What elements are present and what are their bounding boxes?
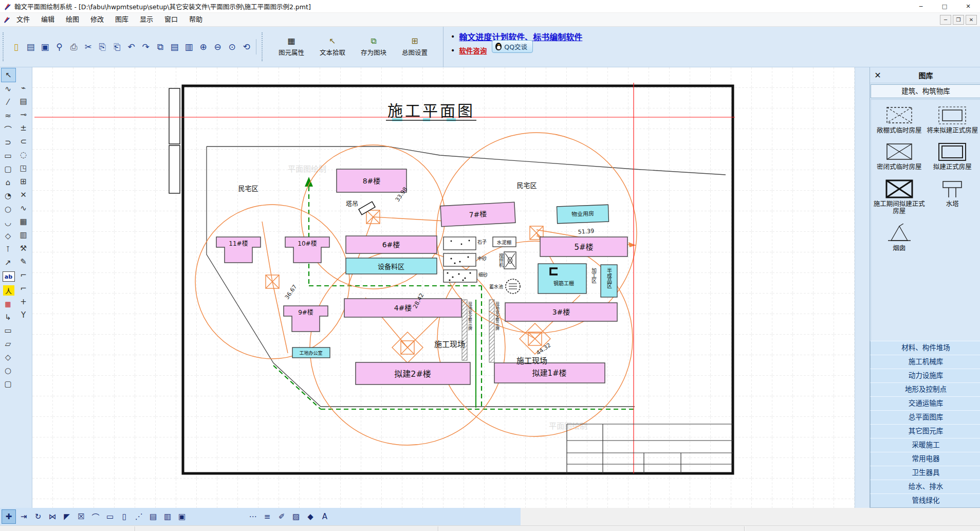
measure-line-tool[interactable]: ⋰ <box>132 510 145 523</box>
text-style-button[interactable]: A <box>318 510 331 523</box>
category-transportation[interactable]: 交通运输库 <box>870 396 980 411</box>
category-pipeline-greening[interactable]: 管线绿化 <box>870 493 980 508</box>
toolbar-gripper[interactable] <box>3 32 4 61</box>
ellipse-tool[interactable]: ○ <box>1 203 15 216</box>
dimension-tool[interactable]: ⊺ <box>1 243 15 256</box>
zoom-window-icon[interactable]: ⊙ <box>225 40 239 53</box>
print-icon[interactable]: ⎙ <box>67 40 81 53</box>
library-item-planned-formal-house[interactable]: 拟建正式房屋 <box>927 142 979 171</box>
rounded-rect-tool[interactable]: ▢ <box>1 162 15 176</box>
drawing-canvas[interactable]: 平面图绘制 平面图绘制 <box>32 67 855 508</box>
hatch-tool[interactable]: ▤ <box>16 95 30 108</box>
brush-tool[interactable]: ✎ <box>16 255 30 268</box>
pipe-bend-tool[interactable]: ⊃ <box>1 136 15 149</box>
undo-icon[interactable]: ↶ <box>124 40 138 53</box>
library-item-construction-period-house[interactable]: 施工期间拟建正式房屋 <box>873 179 926 215</box>
category-sanitary-ware[interactable]: 卫生器具 <box>870 466 980 480</box>
category-construction-machinery[interactable]: 施工机械库 <box>870 355 980 369</box>
maximize-button[interactable]: □ <box>933 0 956 12</box>
spline-tool[interactable]: ≈ <box>1 109 15 122</box>
flow-stadium-tool[interactable]: ▢ <box>1 377 15 391</box>
flow-ellipse-tool[interactable]: ○ <box>1 364 15 377</box>
category-general-plan[interactable]: 总平面图库 <box>870 410 980 425</box>
polygon-tool[interactable]: ⌂ <box>1 176 15 189</box>
redo-icon[interactable]: ↷ <box>139 40 153 53</box>
category-heating-construction[interactable]: 采暖施工 <box>870 438 980 452</box>
library-item-closed-temp-house[interactable]: 密闭式临时房屋 <box>873 142 926 171</box>
corner-rect-tool[interactable]: ◳ <box>16 161 30 175</box>
tile-horizontal-icon[interactable]: ▤ <box>168 40 181 53</box>
pen-style-button[interactable]: ✐ <box>275 510 288 523</box>
flow-diamond-tool[interactable]: ◇ <box>1 351 15 364</box>
menu-file[interactable]: 文件 <box>11 14 35 25</box>
category-material-yards[interactable]: 材料、构件堆场 <box>870 341 980 355</box>
print-preview-icon[interactable]: ⚲ <box>52 40 66 53</box>
block-tool[interactable]: ⊞ <box>16 175 30 188</box>
thick-arrow-tool[interactable]: ↗ <box>1 256 15 269</box>
paste-icon[interactable]: ⎗ <box>110 40 124 53</box>
construction-line-tool[interactable]: ⁄ <box>1 96 15 109</box>
line-width-button[interactable]: ≡ <box>261 510 274 523</box>
select-tool[interactable]: ↖ <box>1 68 16 82</box>
canvas-sidebar-gutter[interactable] <box>855 67 870 508</box>
crane-tool[interactable]: ⚒ <box>16 242 30 255</box>
wye-junction-tool[interactable]: Y <box>16 308 30 322</box>
library-item-chimney[interactable]: 烟囱 <box>873 224 926 252</box>
menu-help[interactable]: 帮助 <box>183 14 208 25</box>
move-tool[interactable]: ✚ <box>2 509 16 524</box>
fillet-tool[interactable]: ⌒ <box>89 510 102 523</box>
cross-junction-tool[interactable]: + <box>16 295 30 308</box>
category-terrain-control-points[interactable]: 地形及控制点 <box>870 382 980 397</box>
water-pool-symbol[interactable] <box>506 279 520 294</box>
zoom-in-icon[interactable]: ⊕ <box>196 40 210 53</box>
erase-tool[interactable]: ✕ <box>16 188 30 202</box>
offset-tool[interactable]: ⇥ <box>17 510 30 523</box>
bring-front-tool[interactable]: ▥ <box>161 510 174 523</box>
polyline-tool[interactable]: ∿ <box>1 82 15 96</box>
cut-icon[interactable]: ✂ <box>81 40 95 53</box>
menu-display[interactable]: 显示 <box>134 14 159 25</box>
corner-trim-tool[interactable]: ◤ <box>60 510 73 523</box>
library-item-open-shed-house[interactable]: 敞棚式临时房屋 <box>873 106 926 134</box>
group-select-tool[interactable]: ▣ <box>175 510 189 523</box>
arc-segment-tool[interactable]: ⊂ <box>16 135 30 148</box>
scale-rect-tool[interactable]: ▯ <box>118 510 131 523</box>
category-other-elements[interactable]: 其它图元库 <box>870 424 980 438</box>
mdi-close-button[interactable]: ✕ <box>966 15 977 25</box>
library-item-water-tower[interactable]: 水塔 <box>927 179 979 215</box>
curve-corner-tool[interactable]: ⌐ <box>16 282 30 295</box>
arc-tool[interactable]: ⌒ <box>1 122 15 136</box>
drawing-settings-button[interactable]: ⊞ 总图设置 <box>402 36 428 57</box>
point-polyline-tool[interactable]: ⌁ <box>16 81 30 95</box>
menu-window[interactable]: 窗口 <box>159 14 183 25</box>
arch-tool[interactable]: ◡ <box>1 216 15 229</box>
break-line-tool[interactable]: ∿ <box>16 202 30 215</box>
legend-tool[interactable]: ▦ <box>1 297 15 310</box>
rotate-tool[interactable]: ↻ <box>31 510 45 523</box>
category-water-supply-drainage[interactable]: 给水、排水 <box>870 480 980 494</box>
connector-tool[interactable]: ↳ <box>1 310 15 324</box>
wedge-tool[interactable]: ◇ <box>1 229 15 243</box>
sketch-circle-tool[interactable]: ◌ <box>16 148 30 161</box>
circle-tool[interactable]: ◔ <box>1 189 15 203</box>
hatch-style-button[interactable]: ▨ <box>289 510 303 523</box>
zoom-out-icon[interactable]: ⊖ <box>211 40 225 53</box>
save-as-block-button[interactable]: ⧉ 存为图块 <box>361 36 386 57</box>
save-file-icon[interactable]: ▣ <box>38 40 52 53</box>
tolerance-dim-tool[interactable]: ± <box>16 121 30 135</box>
menu-draw[interactable]: 绘图 <box>60 14 85 25</box>
flow-parallelogram-tool[interactable]: ▱ <box>1 337 15 351</box>
delete-tool[interactable]: ☒ <box>75 510 88 523</box>
library-item-future-formal-house[interactable]: 将来拟建正式房屋 <box>927 106 979 134</box>
qq-chat-button[interactable]: QQ交谈 <box>492 40 533 53</box>
open-file-icon[interactable]: ▤ <box>24 40 38 53</box>
minimize-button[interactable]: ─ <box>909 0 933 12</box>
software-consult-link[interactable]: 软件咨询 <box>459 45 487 56</box>
mirror-tool[interactable]: ⋈ <box>46 510 59 523</box>
menu-edit[interactable]: 编辑 <box>35 14 60 25</box>
menu-modify[interactable]: 修改 <box>85 14 109 25</box>
mdi-minimize-button[interactable]: ─ <box>940 15 951 25</box>
new-file-icon[interactable]: ▯ <box>9 40 23 53</box>
menu-library[interactable]: 图库 <box>109 14 134 25</box>
measure-tool[interactable]: ▦ <box>16 215 30 228</box>
